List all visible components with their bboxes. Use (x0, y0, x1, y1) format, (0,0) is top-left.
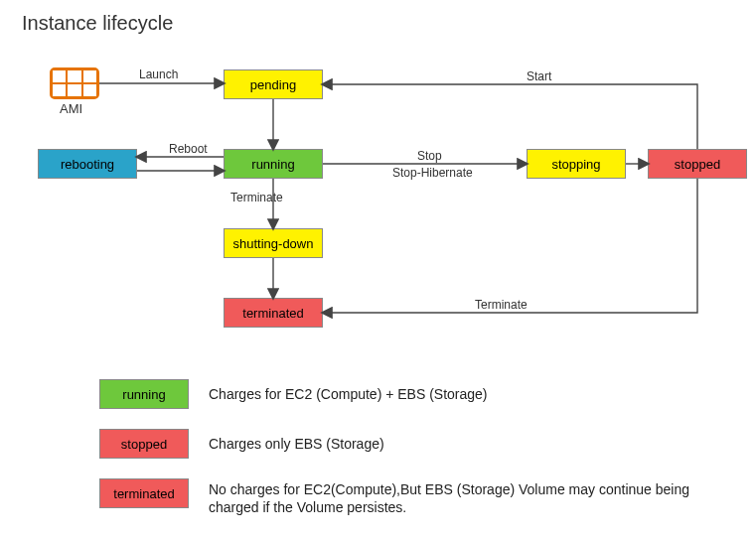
state-running: running (224, 149, 323, 179)
edge-reboot-label: Reboot (169, 142, 208, 156)
legend-terminated-box: terminated (99, 478, 189, 508)
diagram-title: Instance lifecycle (22, 12, 173, 35)
edge-stop-label: Stop (417, 149, 442, 163)
legend-running-desc: Charges for EC2 (Compute) + EBS (Storage… (209, 385, 488, 403)
edge-launch-label: Launch (139, 67, 178, 81)
edge-terminate2-label: Terminate (475, 298, 528, 312)
state-running-label: running (251, 157, 294, 172)
edge-terminate-label: Terminate (230, 191, 283, 204)
legend-terminated-desc: No charges for EC2(Compute),But EBS (Sto… (209, 480, 725, 516)
legend-stopped-label: stopped (121, 437, 167, 452)
state-terminated-label: terminated (242, 306, 303, 321)
state-stopping: stopping (527, 149, 626, 179)
state-rebooting-label: rebooting (61, 157, 114, 172)
state-rebooting: rebooting (38, 149, 137, 179)
state-shutting-down: shutting-down (224, 228, 323, 258)
state-terminated: terminated (224, 298, 323, 328)
state-stopped: stopped (648, 149, 747, 179)
state-pending-label: pending (250, 77, 296, 92)
state-stopped-label: stopped (675, 157, 720, 172)
edge-start-label: Start (527, 69, 551, 83)
edge-stop-hibernate-label: Stop-Hibernate (392, 166, 473, 180)
legend-running-label: running (122, 387, 165, 402)
ami-icon (50, 67, 99, 99)
state-pending: pending (224, 69, 323, 99)
state-shutting-down-label: shutting-down (233, 236, 314, 251)
legend-stopped-box: stopped (99, 429, 189, 459)
state-stopping-label: stopping (551, 157, 600, 172)
legend-running-box: running (99, 379, 189, 409)
legend-stopped-desc: Charges only EBS (Storage) (209, 435, 384, 453)
ami-label: AMI (60, 101, 82, 116)
legend-terminated-label: terminated (113, 486, 174, 501)
